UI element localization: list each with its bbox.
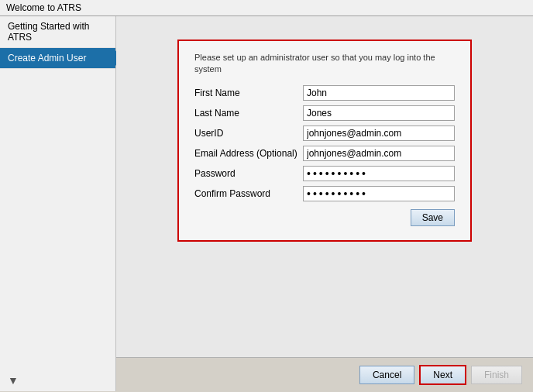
- title-label: Welcome to ATRS: [6, 2, 81, 13]
- content-area: Please set up an administrator user so t…: [116, 16, 533, 391]
- cancel-button[interactable]: Cancel: [359, 366, 414, 384]
- first-name-input[interactable]: [303, 85, 455, 101]
- last-name-label: Last Name: [194, 108, 303, 119]
- email-input[interactable]: [303, 146, 455, 161]
- sidebar: Getting Started with ATRS Create Admin U…: [0, 16, 116, 391]
- email-label: Email Address (Optional): [194, 148, 303, 159]
- confirm-password-input[interactable]: [303, 186, 455, 201]
- password-label: Password: [194, 168, 303, 179]
- save-row: Save: [194, 209, 455, 226]
- bottom-bar: Cancel Next Finish: [116, 357, 533, 391]
- first-name-label: First Name: [194, 88, 303, 98]
- password-input[interactable]: [303, 166, 455, 181]
- sidebar-item-create-admin[interactable]: Create Admin User: [0, 48, 115, 69]
- last-name-input[interactable]: [303, 105, 455, 121]
- next-button[interactable]: Next: [419, 365, 466, 385]
- first-name-row: First Name: [194, 85, 455, 101]
- chevron-down-icon: ▼: [8, 374, 19, 387]
- email-row: Email Address (Optional): [194, 146, 455, 161]
- content-inner: Please set up an administrator user so t…: [116, 16, 533, 357]
- sidebar-item-getting-started[interactable]: Getting Started with ATRS: [0, 16, 115, 48]
- form-instruction: Please set up an administrator user so t…: [194, 52, 455, 76]
- sidebar-expand-button[interactable]: ▼: [0, 370, 115, 391]
- finish-button: Finish: [471, 366, 522, 384]
- confirm-password-label: Confirm Password: [194, 188, 303, 199]
- userid-input[interactable]: [303, 126, 455, 141]
- save-button[interactable]: Save: [411, 209, 455, 226]
- last-name-row: Last Name: [194, 105, 455, 121]
- confirm-password-row: Confirm Password: [194, 186, 455, 201]
- main-layout: Getting Started with ATRS Create Admin U…: [0, 16, 533, 391]
- userid-row: UserID: [194, 126, 455, 141]
- title-bar: Welcome to ATRS: [0, 0, 533, 16]
- password-row: Password: [194, 166, 455, 181]
- create-admin-form: Please set up an administrator user so t…: [177, 40, 472, 242]
- userid-label: UserID: [194, 128, 303, 139]
